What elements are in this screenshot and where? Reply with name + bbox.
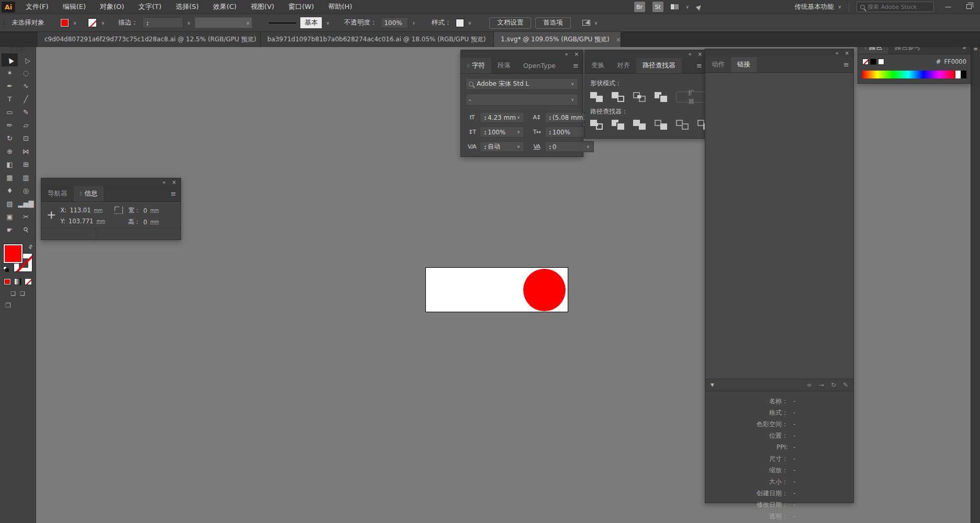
panel-grip[interactable]: ⁞⁞: [3, 20, 5, 26]
collapse-panel-icon[interactable]: «: [688, 51, 691, 57]
gpu-performance-icon[interactable]: ▶: [695, 3, 703, 11]
chevron-down-icon[interactable]: ∨: [516, 130, 521, 134]
preferences-button[interactable]: 首选项: [535, 17, 571, 29]
tab-info[interactable]: ◊信息: [74, 186, 104, 201]
document-tab[interactable]: c9d04d807291a6f29d773c75c1d28ac8.ai @ 12…: [38, 32, 261, 47]
paintbrush-tool[interactable]: ✎: [18, 106, 34, 119]
shape-mode-exclude-icon[interactable]: [655, 92, 667, 102]
menu-item-0[interactable]: 文件(F): [26, 2, 49, 12]
panel-menu-icon[interactable]: ≡: [692, 58, 706, 73]
rotate-tool[interactable]: ↻: [2, 132, 18, 145]
swap-fill-stroke-icon[interactable]: ⇄: [27, 243, 34, 251]
select-similar-icon[interactable]: [582, 20, 590, 26]
gradient-button[interactable]: [14, 278, 21, 285]
stock-icon[interactable]: St: [652, 2, 663, 12]
slice-tool[interactable]: ✂: [18, 210, 34, 223]
fill-color-swatch[interactable]: [60, 18, 69, 27]
pathfinder-outline-icon[interactable]: [676, 120, 689, 130]
panel-grip[interactable]: ||||||||: [10, 47, 26, 52]
tab-links[interactable]: 链接: [731, 57, 757, 72]
pathfinder-crop-icon[interactable]: [655, 120, 667, 130]
close-panel-icon[interactable]: ×: [575, 51, 579, 57]
chevron-down-icon[interactable]: ∨: [516, 115, 521, 120]
color-button[interactable]: [4, 278, 11, 285]
shape-mode-minus-front-icon[interactable]: [612, 92, 624, 102]
bridge-icon[interactable]: Br: [634, 2, 645, 12]
artboard[interactable]: [425, 267, 568, 312]
tab-transform[interactable]: 变换: [585, 58, 611, 73]
none-button[interactable]: [25, 278, 32, 285]
none-swatch[interactable]: [862, 59, 869, 65]
tab-pathfinder[interactable]: 路径查找器: [636, 58, 682, 73]
shape-mode-unite-icon[interactable]: [590, 92, 603, 102]
relink-icon[interactable]: ∞: [807, 381, 812, 389]
hex-field[interactable]: # FF0000: [936, 58, 966, 65]
update-link-icon[interactable]: ↻: [831, 381, 836, 389]
chevron-down-icon[interactable]: ∨: [73, 20, 77, 26]
tab-opentype[interactable]: OpenType: [517, 58, 562, 73]
close-icon[interactable]: ×: [616, 36, 621, 43]
tab-paragraph[interactable]: 段落: [491, 58, 517, 73]
document-setup-button[interactable]: 文档设置: [489, 17, 531, 29]
pen-tool[interactable]: ✒: [2, 79, 18, 93]
shaper-tool[interactable]: ✏: [2, 119, 18, 132]
font-family-field[interactable]: Adobe 宋体 Std L ∨: [466, 78, 578, 90]
change-screen-mode-icon[interactable]: ❐: [0, 302, 11, 309]
draw-inside-icon[interactable]: ❏: [20, 290, 25, 297]
stepper-icon[interactable]: ▴▾: [548, 130, 553, 135]
stepper-icon[interactable]: ▴▾: [483, 144, 488, 150]
menu-item-6[interactable]: 视图(V): [251, 2, 274, 12]
blend-tool[interactable]: ◎: [18, 184, 34, 197]
variable-width-profile-dropdown[interactable]: ∨: [195, 17, 252, 28]
black-shortcut-swatch[interactable]: [961, 71, 966, 78]
stepper-icon[interactable]: ▴▾: [483, 130, 488, 135]
white-shortcut-swatch[interactable]: [955, 71, 961, 78]
chevron-down-icon[interactable]: ∨: [686, 4, 690, 9]
collapse-panel-icon[interactable]: «: [162, 179, 165, 185]
eraser-tool[interactable]: ▱: [18, 119, 34, 132]
links-list-area[interactable]: [705, 73, 853, 379]
go-to-link-icon[interactable]: →: [819, 381, 824, 389]
workspace-switcher[interactable]: 传统基本功能∨: [794, 3, 841, 12]
menu-item-5[interactable]: 效果(C): [213, 2, 236, 12]
magic-wand-tool[interactable]: ✶: [2, 66, 18, 79]
free-transform-tool[interactable]: ⊡: [18, 132, 34, 145]
stock-search[interactable]: [857, 2, 934, 12]
hand-tool[interactable]: ☛: [2, 223, 18, 236]
panel-menu-icon[interactable]: ≡: [569, 58, 583, 73]
red-circle-shape[interactable]: [523, 269, 566, 311]
chevron-down-icon[interactable]: ∨: [101, 20, 105, 26]
brush-definition[interactable]: 基本: [300, 17, 322, 28]
close-panel-icon[interactable]: ×: [698, 51, 702, 57]
stepper-icon[interactable]: ▴▾: [548, 115, 553, 120]
collapse-panel-icon[interactable]: «: [565, 51, 568, 57]
link-info-toggle-icon[interactable]: ▼: [711, 382, 714, 388]
stroke-color-swatch[interactable]: [88, 18, 97, 27]
direct-selection-tool[interactable]: △: [18, 53, 34, 66]
panel-menu-icon[interactable]: ≡: [166, 186, 181, 201]
black-swatch[interactable]: [870, 59, 876, 65]
perspective-grid-tool[interactable]: ⊞: [18, 158, 34, 171]
draw-normal-icon[interactable]: ❏: [10, 290, 16, 297]
color-spectrum-bar[interactable]: [862, 71, 955, 78]
search-input[interactable]: [868, 4, 925, 10]
curvature-tool[interactable]: ∿: [18, 79, 34, 93]
font-size-field[interactable]: ▴▾ 4.23 mm ∨: [480, 112, 524, 123]
stroke-weight-field[interactable]: ▴▾: [142, 17, 183, 28]
shape-builder-tool[interactable]: ◧: [2, 158, 18, 171]
restore-button[interactable]: [962, 3, 976, 10]
default-fill-stroke-icon[interactable]: [3, 266, 9, 272]
stepper-icon[interactable]: ▴▾: [145, 20, 150, 26]
document-tab[interactable]: ba3971d1097b81b7a0b628274ac4c016.ai @ 18…: [261, 32, 494, 47]
white-swatch[interactable]: [878, 59, 884, 65]
type-tool[interactable]: T: [2, 93, 18, 106]
puppet-warp-tool[interactable]: ⊕: [2, 145, 18, 158]
shape-mode-intersect-icon[interactable]: [633, 92, 646, 102]
pathfinder-merge-icon[interactable]: [633, 120, 646, 130]
rectangle-tool[interactable]: ▭: [2, 106, 18, 119]
menu-item-4[interactable]: 选择(S): [175, 2, 198, 12]
close-panel-icon[interactable]: ×: [845, 50, 849, 56]
selection-tool[interactable]: ▲: [2, 53, 18, 66]
opacity-field[interactable]: 100%: [381, 17, 408, 28]
width-tool[interactable]: ⋈: [18, 145, 34, 158]
